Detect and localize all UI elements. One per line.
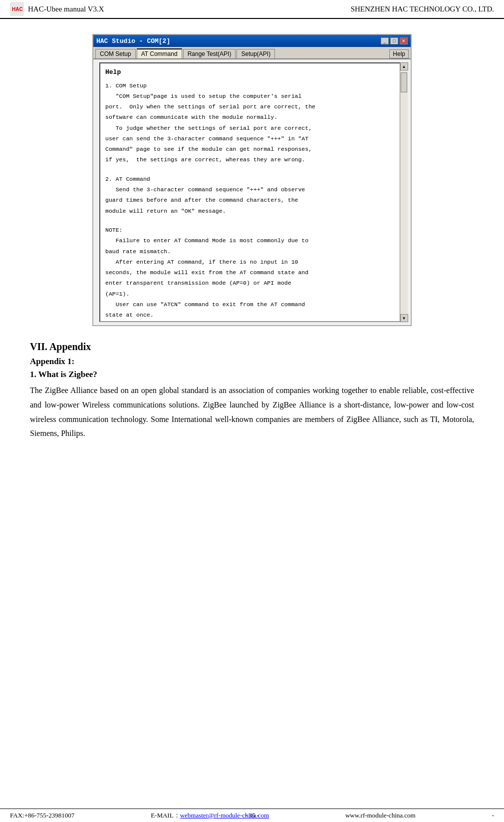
page-footer: FAX:+86-755-23981007 E-MAIL：webmaster@rf… (0, 809, 504, 822)
window-title: HAC Studio - COM[2] (96, 37, 170, 45)
question1-label: 1. What is Zigbee? (30, 370, 474, 380)
header-left: HAC HAC-Ubee manual V3.X (10, 2, 104, 16)
note-line7: User can use "ATCN" command to exit from… (105, 300, 391, 309)
scrollbar-thumb[interactable] (401, 72, 407, 92)
tab-com-setup[interactable]: COM Setup (95, 49, 136, 58)
section1-line6: Command" page to see if the module can g… (105, 145, 391, 153)
note-line1: Failure to enter AT Command Mode is most… (105, 236, 391, 245)
maximize-button[interactable]: □ (390, 37, 398, 44)
note-line4: seconds, the module will exit from the A… (105, 268, 391, 277)
note-line2: baud rate mismatch. (105, 247, 391, 256)
section1-line3: software can communicate with the module… (105, 113, 391, 121)
tab-at-command[interactable]: AT Command (137, 48, 182, 58)
page-header: HAC HAC-Ubee manual V3.X SHENZHEN HAC TE… (0, 0, 504, 19)
note-line8: state at once. (105, 311, 391, 319)
window-body: Help 1. COM Setup "COM Setup"page is use… (99, 62, 405, 322)
section1-line7: if yes, the settings are correct, wherea… (105, 155, 391, 164)
manual-title: HAC-Ubee manual V3.X (28, 5, 104, 13)
section1-heading: COM Setup (116, 82, 147, 89)
footer-website: www.rf-module-china.com (345, 812, 416, 820)
section1-number: 1. (105, 82, 116, 89)
close-button[interactable]: ✕ (400, 37, 408, 44)
hac-logo-icon: HAC (10, 2, 24, 16)
company-name: SHENZHEN HAC TECHNOLOGY CO., LTD. (351, 5, 494, 13)
window-scrollbar: ▲ ▼ (400, 62, 408, 322)
section2-line2: guard times before and after the command… (105, 196, 391, 204)
section2-heading: AT Command (116, 176, 150, 182)
footer-page-number: - 35 - (245, 812, 259, 820)
scrollbar-down-arrow[interactable]: ▼ (400, 314, 408, 322)
section1-line1: "COM Setup"page is used to setup the com… (105, 92, 391, 100)
window-titlebar: HAC Studio - COM[2] _ □ ✕ (93, 35, 411, 47)
note-line3: After entering AT command, if there is n… (105, 258, 391, 266)
window-controls: _ □ ✕ (381, 37, 408, 44)
footer-dash: - (492, 812, 494, 820)
section2-line3: module will return an "OK" message. (105, 207, 391, 215)
section-VII-heading: VII. Appendix (30, 341, 474, 353)
window-tabbar: COM Setup AT Command Range Test(API) Set… (93, 47, 411, 59)
tab-setup-api[interactable]: Setup(API) (237, 49, 275, 58)
footer-fax: FAX:+86-755-23981007 (10, 812, 74, 820)
section1-line2: port. Only when the settings of serial p… (105, 102, 391, 111)
help-title: Help (105, 67, 391, 77)
question1-body: The ZigBee Alliance based on an open glo… (30, 384, 474, 441)
page-content: HAC Studio - COM[2] _ □ ✕ COM Setup AT C… (0, 19, 504, 455)
help-button[interactable]: Help (389, 49, 409, 58)
note-heading: NOTE: (105, 226, 391, 234)
section1-line4: To judge whether the settings of serial … (105, 124, 391, 132)
note-line5: enter transparent transmission mode (AP=… (105, 279, 391, 287)
tab-range-test[interactable]: Range Test(API) (183, 49, 236, 58)
note-line6: (AP=1). (105, 290, 391, 298)
section2-line1: Send the 3-character command sequence "+… (105, 185, 391, 194)
appendix1-label: Appendix 1: (30, 357, 474, 367)
window-screenshot: HAC Studio - COM[2] _ □ ✕ COM Setup AT C… (92, 34, 412, 326)
minimize-button[interactable]: _ (381, 37, 389, 44)
section2-number: 2. (105, 176, 116, 182)
section1-line5: user can send the 3-character command se… (105, 134, 391, 143)
scrollbar-up-arrow[interactable]: ▲ (400, 62, 408, 70)
scrollbar-track[interactable] (400, 70, 408, 314)
help-content: Help 1. COM Setup "COM Setup"page is use… (105, 67, 399, 322)
svg-text:HAC: HAC (12, 6, 23, 12)
